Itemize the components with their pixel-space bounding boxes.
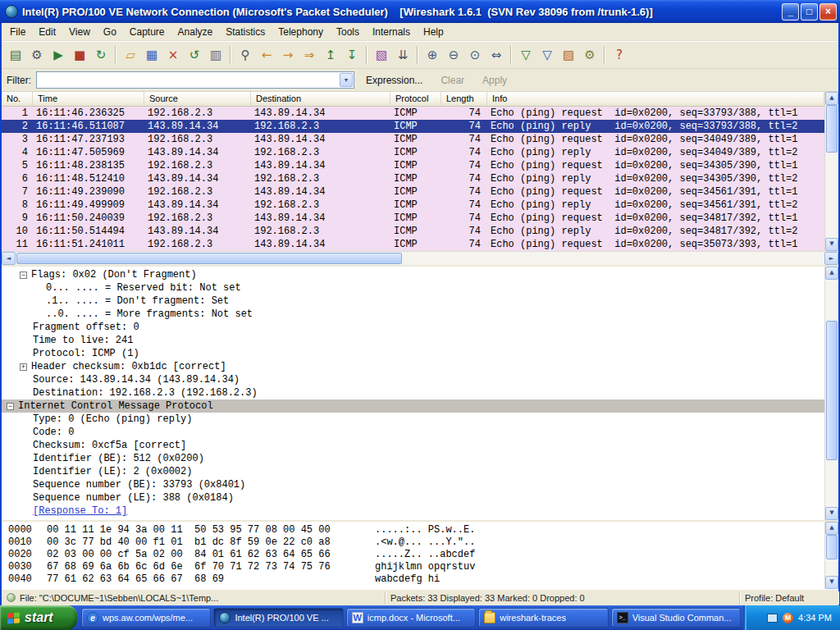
restart-capture-icon[interactable]: ↻ <box>90 44 112 66</box>
taskbar-item-ie[interactable]: ewps.aw.com/wps/me... <box>81 608 211 628</box>
expert-info-icon[interactable] <box>7 593 16 602</box>
detail-line[interactable]: Protocol: ICMP (1) <box>2 347 824 360</box>
column-header-info[interactable]: Info <box>487 92 824 106</box>
packet-row-11[interactable]: 1116:11:51.241011192.168.2.3143.89.14.34… <box>2 238 824 251</box>
scrollbar-thumb[interactable] <box>826 535 838 559</box>
menu-telephony[interactable]: Telephony <box>272 24 330 40</box>
details-vscrollbar[interactable]: ▲ ▼ <box>824 267 838 520</box>
packet-list-vscrollbar[interactable]: ▲ ▼ <box>824 92 838 251</box>
network-tray-icon[interactable] <box>767 614 778 623</box>
column-header-proto[interactable]: Protocol <box>390 92 441 106</box>
detail-line[interactable]: ..0. .... = More fragments: Not set <box>2 308 824 321</box>
go-forward-icon[interactable]: → <box>277 44 299 66</box>
start-button[interactable]: start <box>0 605 77 630</box>
packet-row-7[interactable]: 716:11:49.239090192.168.2.3143.89.14.34I… <box>2 185 824 199</box>
zoom-out-icon[interactable]: ⊖ <box>443 44 464 66</box>
list-interfaces-icon[interactable]: ▤ <box>5 44 26 66</box>
expression-button[interactable]: Expression... <box>359 72 429 89</box>
hex-vscrollbar[interactable]: ▲ ▼ <box>824 522 838 589</box>
zoom-100-icon[interactable]: ⊙ <box>464 44 486 66</box>
menu-view[interactable]: View <box>62 24 97 40</box>
open-capture-icon[interactable]: ▱ <box>120 44 141 66</box>
expand-icon[interactable]: + <box>20 363 27 371</box>
taskbar-item-word[interactable]: Wicmp.docx - Microsoft... <box>346 608 476 628</box>
find-packet-icon[interactable]: ⚲ <box>235 44 256 66</box>
preferences-icon[interactable]: ⚙ <box>579 44 600 66</box>
menu-edit[interactable]: Edit <box>32 24 62 40</box>
detail-line[interactable]: Type: 0 (Echo (ping) reply) <box>2 413 824 426</box>
detail-line[interactable]: 0... .... = Reserved bit: Not set <box>2 281 824 294</box>
detail-line[interactable]: Destination: 192.168.2.3 (192.168.2.3) <box>2 386 824 399</box>
scrollbar-track[interactable] <box>825 280 838 507</box>
packet-list-hscrollbar[interactable]: ◄ ► <box>2 251 838 265</box>
status-profile-text[interactable]: Profile: Default <box>745 593 804 603</box>
column-header-no[interactable]: No. <box>2 92 33 106</box>
capture-filters-icon[interactable]: ▽ <box>515 44 536 66</box>
hex-row[interactable]: 003067 68 69 6a 6b 6c 6d 6e 6f 70 71 72 … <box>8 561 824 573</box>
menu-tools[interactable]: Tools <box>330 24 366 40</box>
packet-row-3[interactable]: 316:11:47.237193192.168.2.3143.89.14.34I… <box>2 133 824 146</box>
menu-internals[interactable]: Internals <box>366 24 417 40</box>
packet-row-5[interactable]: 516:11:48.238135192.168.2.3143.89.14.34I… <box>2 159 824 172</box>
menu-statistics[interactable]: Statistics <box>219 24 272 40</box>
detail-line[interactable]: Time to live: 241 <box>2 334 824 347</box>
menu-file[interactable]: File <box>3 24 32 40</box>
packet-row-2[interactable]: 216:11:46.511087143.89.14.34192.168.2.3I… <box>2 120 824 133</box>
auto-scroll-icon[interactable]: ⇊ <box>392 44 413 66</box>
taskbar-item-wireshark[interactable]: Intel(R) PRO/100 VE ... <box>213 608 343 628</box>
capture-options-icon[interactable]: ⚙ <box>26 44 48 66</box>
packet-row-10[interactable]: 1016:11:50.514494143.89.14.34192.168.2.3… <box>2 225 824 238</box>
packet-row-9[interactable]: 916:11:50.240039192.168.2.3143.89.14.34I… <box>2 212 824 225</box>
titlebar[interactable]: Intel(R) PRO/100 VE Network Connection (… <box>0 0 840 23</box>
scroll-down-icon[interactable]: ▼ <box>825 507 838 520</box>
help-icon[interactable]: ? <box>609 44 630 66</box>
colorize-list-icon[interactable]: ▧ <box>371 44 392 66</box>
display-filters-icon[interactable]: ▽ <box>536 44 558 66</box>
column-header-src[interactable]: Source <box>144 92 251 106</box>
detail-line[interactable]: [Response To: 1] <box>2 504 824 518</box>
detail-line[interactable]: +Header checksum: 0xb1dc [correct] <box>2 360 824 373</box>
detail-line[interactable]: −Flags: 0x02 (Don't Fragment) <box>2 268 824 281</box>
reload-icon[interactable]: ↺ <box>184 44 205 66</box>
close-button[interactable]: × <box>819 3 837 21</box>
save-capture-icon[interactable]: ▦ <box>141 44 162 66</box>
scrollbar-thumb[interactable] <box>16 253 402 264</box>
scroll-up-icon[interactable]: ▲ <box>825 92 838 105</box>
scroll-up-icon[interactable]: ▲ <box>825 522 838 535</box>
scroll-down-icon[interactable]: ▼ <box>825 576 838 589</box>
hex-row[interactable]: 002002 03 00 00 cf 5a 02 00 84 01 61 62 … <box>8 549 824 561</box>
filter-input[interactable]: ▼ <box>36 71 354 89</box>
menu-capture[interactable]: Capture <box>123 24 171 40</box>
scroll-left-icon[interactable]: ◄ <box>2 252 16 265</box>
taskbar-item-folder[interactable]: wireshark-traces <box>478 608 608 628</box>
column-header-len[interactable]: Length <box>441 92 487 106</box>
menu-analyze[interactable]: Analyze <box>171 24 220 40</box>
detail-line[interactable]: Source: 143.89.14.34 (143.89.14.34) <box>2 373 824 386</box>
go-to-packet-icon[interactable]: ⇒ <box>299 44 320 66</box>
menu-help[interactable]: Help <box>417 24 450 40</box>
detail-line[interactable]: Identifier (BE): 512 (0x0200) <box>2 452 824 465</box>
collapse-icon[interactable]: − <box>20 272 27 279</box>
detail-line[interactable]: Checksum: 0xcf5a [correct] <box>2 439 824 452</box>
detail-line[interactable]: −Internet Control Message Protocol <box>2 399 824 413</box>
detail-line[interactable]: .1.. .... = Don't fragment: Set <box>2 294 824 308</box>
messenger-tray-icon[interactable]: M <box>783 613 793 623</box>
collapse-icon[interactable]: − <box>7 403 14 410</box>
print-icon[interactable]: ▥ <box>205 44 226 66</box>
zoom-in-icon[interactable]: ⊕ <box>422 44 443 66</box>
start-capture-icon[interactable]: ▶ <box>48 44 69 66</box>
packet-row-6[interactable]: 616:11:48.512410143.89.14.34192.168.2.3I… <box>2 172 824 185</box>
column-header-time[interactable]: Time <box>33 92 144 106</box>
clear-button[interactable]: Clear <box>434 72 471 89</box>
hex-row[interactable]: 001000 3c 77 bd 40 00 f1 01 b1 dc 8f 59 … <box>8 536 824 549</box>
close-capture-icon[interactable]: × <box>162 44 184 66</box>
detail-line[interactable]: Code: 0 <box>2 426 824 439</box>
scroll-down-icon[interactable]: ▼ <box>825 238 838 251</box>
scrollbar-track[interactable] <box>825 105 838 238</box>
taskbar-item-console[interactable]: >_Visual Studio Comman... <box>611 608 741 628</box>
scroll-up-icon[interactable]: ▲ <box>825 267 838 280</box>
apply-button[interactable]: Apply <box>476 72 514 89</box>
packet-row-4[interactable]: 416:11:47.505969143.89.14.34192.168.2.3I… <box>2 146 824 159</box>
stop-capture-icon[interactable]: ■ <box>69 44 90 66</box>
scrollbar-thumb[interactable] <box>826 321 838 460</box>
